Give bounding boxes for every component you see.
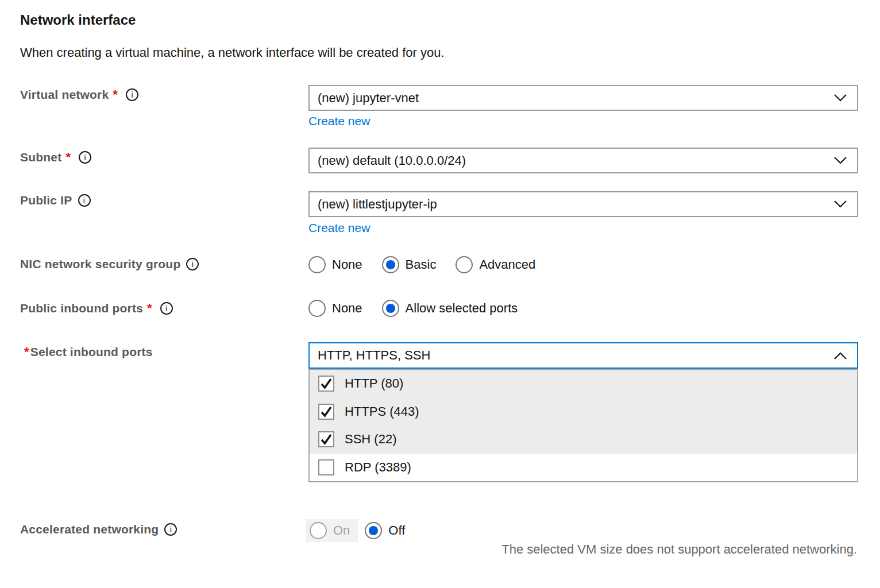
virtual-network-select[interactable]: (new) jupyter-vnet	[308, 85, 858, 111]
accelerated-networking-radio-on: On	[310, 522, 350, 539]
public-inbound-ports-radio-allow-selected[interactable]: Allow selected ports	[382, 300, 518, 317]
info-icon[interactable]: i	[186, 258, 199, 270]
radio-circle	[308, 300, 326, 317]
radio-circle	[456, 256, 473, 273]
inbound-port-option-rdp[interactable]: RDP (3389)	[310, 454, 857, 482]
chevron-down-icon	[834, 157, 847, 164]
radio-circle	[382, 300, 399, 317]
checkbox-icon[interactable]	[318, 459, 334, 475]
checkbox-icon[interactable]	[318, 376, 334, 392]
subnet-label: Subnet * i	[20, 150, 91, 165]
subnet-value: (new) default (10.0.0.0/24)	[318, 153, 466, 168]
required-asterisk: *	[24, 345, 29, 359]
chevron-down-icon	[834, 200, 847, 208]
create-new-public-ip-link[interactable]: Create new	[308, 221, 370, 235]
info-icon[interactable]: i	[79, 151, 91, 164]
public-inbound-ports-radio-group: None Allow selected ports	[308, 300, 518, 317]
checkmark-icon	[320, 405, 333, 418]
inbound-port-option-https[interactable]: HTTPS (443)	[310, 398, 857, 426]
nic-nsg-radio-basic[interactable]: Basic	[382, 256, 437, 273]
radio-circle	[310, 522, 327, 539]
radio-circle	[365, 522, 382, 539]
select-inbound-ports-label: * Select inbound ports	[24, 345, 153, 359]
info-icon[interactable]: i	[164, 523, 177, 536]
nic-nsg-radio-group: None Basic Advanced	[308, 256, 535, 273]
checkbox-icon[interactable]	[318, 431, 334, 447]
accelerated-networking-on-wrap: On	[306, 519, 358, 542]
vm-size-note: The selected VM size does not support ac…	[501, 542, 857, 557]
radio-circle	[308, 256, 326, 273]
public-inbound-ports-radio-none[interactable]: None	[308, 300, 362, 317]
select-inbound-ports-dropdown-panel: HTTP (80) HTTPS (443) SSH (22) RDP (3389…	[308, 369, 858, 482]
checkbox-icon[interactable]	[318, 404, 334, 420]
page-description: When creating a virtual machine, a netwo…	[20, 45, 445, 60]
virtual-network-value: (new) jupyter-vnet	[318, 91, 419, 106]
public-inbound-ports-label: Public inbound ports * i	[20, 301, 173, 316]
public-ip-select[interactable]: (new) littlestjupyter-ip	[308, 191, 858, 217]
info-icon[interactable]: i	[126, 88, 138, 101]
checkmark-icon	[320, 377, 333, 390]
chevron-up-icon	[834, 352, 847, 359]
virtual-network-label: Virtual network * i	[20, 87, 138, 102]
nic-nsg-label: NIC network security group i	[20, 257, 199, 271]
required-asterisk: *	[113, 87, 118, 102]
subnet-select[interactable]: (new) default (10.0.0.0/24)	[308, 148, 858, 173]
create-new-virtual-network-link[interactable]: Create new	[308, 114, 370, 128]
select-inbound-ports-value: HTTP, HTTPS, SSH	[318, 348, 430, 363]
required-asterisk: *	[147, 301, 152, 316]
page-title: Network interface	[20, 12, 136, 28]
accelerated-networking-radio-group: On Off	[306, 519, 405, 542]
inbound-port-option-ssh[interactable]: SSH (22)	[310, 425, 857, 454]
network-interface-form: Network interface When creating a virtua…	[0, 0, 880, 588]
accelerated-networking-radio-off[interactable]: Off	[365, 522, 405, 539]
info-icon[interactable]: i	[160, 302, 173, 315]
select-inbound-ports-combobox[interactable]: HTTP, HTTPS, SSH	[308, 342, 858, 369]
public-ip-value: (new) littlestjupyter-ip	[318, 197, 437, 212]
nic-nsg-radio-advanced[interactable]: Advanced	[456, 256, 535, 273]
accelerated-networking-label: Accelerated networking i	[20, 523, 177, 536]
info-icon[interactable]: i	[78, 194, 91, 207]
checkmark-icon	[320, 433, 333, 446]
nic-nsg-radio-none[interactable]: None	[308, 256, 362, 273]
inbound-port-option-http[interactable]: HTTP (80)	[310, 370, 857, 398]
required-asterisk: *	[65, 150, 71, 165]
chevron-down-icon	[834, 94, 847, 102]
radio-circle	[382, 256, 399, 273]
public-ip-label: Public IP i	[20, 194, 91, 207]
